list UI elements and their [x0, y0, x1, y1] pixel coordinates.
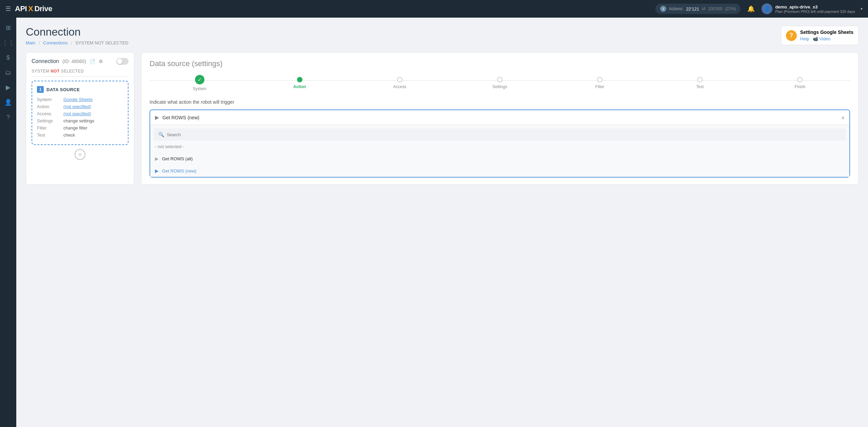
settings-icon[interactable]: ⚙ [99, 59, 103, 64]
ds-test-value: check [63, 133, 75, 138]
ds-system-value[interactable]: Google Sheets [63, 97, 93, 102]
sidebar-item-connections[interactable]: ⋮⋮ [2, 37, 14, 49]
actions-of: of [702, 6, 705, 11]
help-links: Help 📹 Video [800, 36, 853, 41]
bell-icon[interactable]: 🔔 [747, 5, 755, 13]
breadcrumb: Main / Connections / SYSTEM NOT SELECTED [26, 40, 129, 45]
step-system-circle: ✓ [195, 75, 204, 84]
action-label: Indicate what action the robot will trig… [150, 99, 850, 105]
step-test-label: Test [696, 84, 704, 89]
breadcrumb-sep1: / [39, 40, 40, 45]
step-nav: ✓ System Action Access Settings [150, 75, 850, 91]
sidebar-item-profile[interactable]: 👤 [2, 96, 14, 108]
datasource-sub-title: (settings) [192, 59, 222, 68]
actions-label: Actions: [669, 6, 684, 11]
sidebar-item-billing[interactable]: $ [2, 52, 14, 64]
ds-title: DATA SOURCE [46, 87, 80, 92]
sidebar-item-home[interactable]: ⊞ [2, 22, 14, 34]
doc-icon[interactable]: 📄 [90, 59, 95, 64]
play-icon-all: ▶ [155, 156, 159, 161]
action-dropdown[interactable]: ▶ Get ROWS (new) ∧ 🔍 - not selected - ▶ … [150, 109, 850, 178]
step-filter-label: Filter [595, 84, 605, 89]
connection-title: Connection [32, 58, 59, 64]
step-finish-circle [797, 77, 803, 82]
step-system[interactable]: ✓ System [150, 75, 250, 91]
chevron-down-icon[interactable]: ▾ [861, 6, 863, 11]
step-action[interactable]: Action [250, 77, 350, 89]
page-title: Connection [26, 26, 129, 38]
dropdown-option-all[interactable]: ▶ Get ROWS (all) [150, 152, 849, 165]
step-finish-label: Finish [794, 84, 805, 89]
search-input[interactable] [167, 132, 841, 137]
logo-x: X [28, 4, 33, 13]
help-content: Settings Google Sheets Help 📹 Video [800, 29, 853, 41]
step-access[interactable]: Access [350, 77, 450, 89]
play-icon: ▶ [155, 114, 159, 121]
ds-row-filter: Filter change filter [37, 125, 123, 130]
ds-row-action: Action (not specified) [37, 104, 123, 109]
help-question-icon: ? [786, 30, 797, 41]
add-button[interactable]: + [75, 149, 85, 160]
play-icon-new: ▶ [155, 168, 159, 174]
connection-id: (ID: 48060) [62, 59, 86, 64]
right-panel: Data source (settings) ✓ System Action A… [141, 52, 859, 185]
ds-num: 1 [37, 86, 44, 93]
datasource-main-title: Data source (settings) [150, 59, 850, 68]
actions-total: 100'000 [708, 6, 722, 11]
sidebar-item-help[interactable]: ? [2, 111, 14, 123]
user-plan: Plan |Premium PRO| left until payment 32… [775, 9, 855, 14]
step-filter[interactable]: Filter [550, 77, 650, 89]
video-link[interactable]: 📹 Video [813, 36, 831, 41]
logo-api: API [15, 4, 27, 13]
dropdown-selected[interactable]: ▶ Get ROWS (new) ∧ [150, 110, 849, 125]
dropdown-body: 🔍 - not selected - ▶ Get ROWS (all) ▶ Ge… [150, 125, 849, 177]
ds-row-settings: Settings change settings [37, 118, 123, 123]
step-system-label: System [193, 86, 206, 91]
dropdown-selected-text: Get ROWS (new) [162, 115, 841, 120]
option-new-label: Get ROWS (new) [162, 168, 196, 174]
ds-action-value[interactable]: (not specified) [63, 104, 91, 109]
actions-count: 22'121 [686, 6, 699, 12]
sidebar: ⊞ ⋮⋮ $ 🗂 ▶ 👤 ? [0, 18, 16, 427]
breadcrumb-current: SYSTEM NOT SELECTED [75, 40, 129, 45]
page-header: Connection Main / Connections / SYSTEM N… [26, 26, 859, 45]
help-link[interactable]: Help [800, 36, 809, 41]
step-settings[interactable]: Settings [450, 77, 550, 89]
step-settings-label: Settings [492, 84, 507, 89]
option-all-label: Get ROWS (all) [162, 156, 193, 161]
user-info: 👤 demo_apix-drive_s3 Plan |Premium PRO| … [762, 3, 855, 14]
main-layout: ⊞ ⋮⋮ $ 🗂 ▶ 👤 ? Connection Main / Connect… [0, 18, 868, 427]
ds-row-access: Access (not specified) [37, 111, 123, 116]
ds-filter-value: change filter [63, 125, 87, 130]
help-box: ? Settings Google Sheets Help 📹 Video [781, 26, 859, 45]
page-content: Connection Main / Connections / SYSTEM N… [16, 18, 868, 427]
chevron-up-icon: ∧ [841, 115, 845, 120]
dropdown-option-new[interactable]: ▶ Get ROWS (new) [150, 165, 849, 177]
page-header-left: Connection Main / Connections / SYSTEM N… [26, 26, 129, 45]
ds-access-value[interactable]: (not specified) [63, 111, 91, 116]
ds-row-test: Test check [37, 133, 123, 138]
hamburger-icon[interactable]: ☰ [5, 5, 11, 13]
ds-settings-value: change settings [63, 118, 94, 123]
step-access-circle [397, 77, 402, 82]
search-bar: 🔍 [154, 128, 846, 141]
step-settings-circle [497, 77, 502, 82]
step-test[interactable]: Test [650, 77, 750, 89]
topnav: ☰ APIXDrive i Actions: 22'121 of 100'000… [0, 0, 868, 18]
step-test-circle [697, 77, 703, 82]
datasource-box: 1 DATA SOURCE System Google Sheets Actio… [32, 81, 129, 145]
breadcrumb-main[interactable]: Main [26, 40, 35, 45]
sidebar-item-youtube[interactable]: ▶ [2, 81, 14, 94]
system-not-selected: SYSTEM NOT SELECTED [32, 69, 129, 77]
connection-header: Connection (ID: 48060) 📄 ⚙ [32, 58, 129, 65]
user-details: demo_apix-drive_s3 Plan |Premium PRO| le… [775, 4, 855, 14]
step-access-label: Access [393, 84, 407, 89]
sidebar-item-tasks[interactable]: 🗂 [2, 66, 14, 79]
logo-drive: Drive [34, 4, 52, 13]
toggle[interactable] [116, 58, 129, 65]
step-finish[interactable]: Finish [750, 77, 850, 89]
breadcrumb-connections[interactable]: Connections [43, 40, 67, 45]
not-selected-label: - not selected - [150, 141, 849, 152]
step-action-circle [297, 77, 302, 82]
actions-badge: i Actions: 22'121 of 100'000 (22%) [655, 4, 741, 14]
